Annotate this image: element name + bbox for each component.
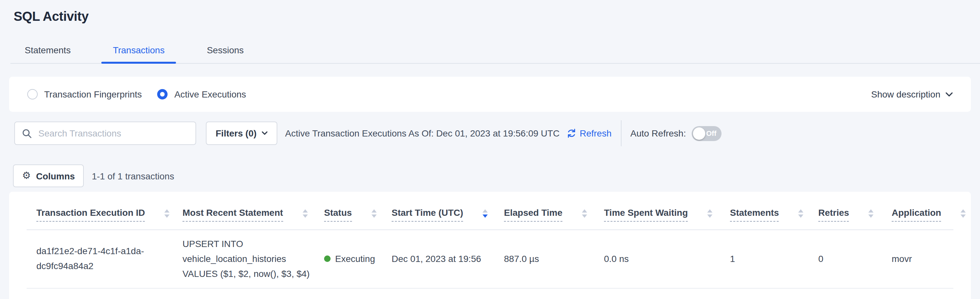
column-label: Time Spent Waiting — [604, 207, 688, 222]
cell-statements: 1 — [720, 230, 808, 288]
show-description-label: Show description — [871, 89, 940, 99]
column-label: Status — [324, 207, 352, 222]
sort-icon[interactable] — [303, 209, 308, 218]
toggle-knob — [693, 127, 705, 139]
search-input[interactable] — [37, 127, 188, 139]
column-header-statement[interactable]: Most Recent Statement — [173, 192, 314, 230]
column-label: Statements — [730, 207, 779, 222]
view-mode-panel: Transaction Fingerprints Active Executio… — [9, 77, 971, 112]
column-label: Application — [892, 207, 941, 222]
columns-label: Columns — [36, 171, 75, 181]
toolbar: Filters (0) Active Transaction Execution… — [14, 120, 971, 146]
chevron-down-icon — [262, 131, 267, 135]
radio-label: Transaction Fingerprints — [44, 89, 142, 99]
radio-icon — [27, 89, 38, 99]
tab-bar: Statements Transactions Sessions — [10, 45, 980, 64]
cell-id[interactable]: da1f21e2-de71-4c1f-a1da-dc9fc94a84a2 — [27, 230, 173, 288]
result-count: 1-1 of 1 transactions — [92, 171, 174, 181]
column-header-status[interactable]: Status — [314, 192, 382, 230]
sort-icon[interactable] — [482, 209, 488, 218]
column-header-statements[interactable]: Statements — [720, 192, 808, 230]
radio-transaction-fingerprints[interactable]: Transaction Fingerprints — [27, 89, 142, 99]
column-label: Retries — [818, 207, 849, 222]
radio-icon — [158, 89, 168, 99]
filters-button[interactable]: Filters (0) — [206, 122, 277, 145]
show-description-button[interactable]: Show description — [871, 89, 953, 99]
column-label: Start Time (UTC) — [391, 207, 463, 222]
sort-icon[interactable] — [707, 209, 713, 218]
sort-icon[interactable] — [869, 209, 874, 218]
refresh-button[interactable]: Refresh — [566, 128, 611, 138]
radio-label: Active Executions — [174, 89, 246, 99]
column-header-waiting[interactable]: Time Spent Waiting — [594, 192, 720, 230]
sort-icon[interactable] — [165, 209, 170, 218]
column-header-id[interactable]: Transaction Execution ID — [27, 192, 173, 230]
cell-status: Executing — [314, 230, 382, 288]
filters-label: Filters (0) — [216, 128, 256, 138]
cell-waiting: 0.0 ns — [594, 230, 720, 288]
refresh-icon — [566, 128, 576, 138]
column-header-application[interactable]: Application — [882, 192, 953, 230]
tab-sessions[interactable]: Sessions — [195, 45, 256, 63]
table-row: da1f21e2-de71-4c1f-a1da-dc9fc94a84a2UPSE… — [27, 230, 953, 288]
toolbar-divider — [620, 120, 621, 146]
cell-start_time: Dec 01, 2023 at 19:56 — [382, 230, 494, 288]
gear-icon: ⚙ — [22, 171, 31, 181]
column-label: Transaction Execution ID — [37, 207, 145, 222]
cell-elapsed: 887.0 µs — [494, 230, 594, 288]
radio-active-executions[interactable]: Active Executions — [158, 89, 246, 99]
as-of-text: Active Transaction Executions As Of: Dec… — [285, 128, 560, 138]
table-header-row: Transaction Execution IDMost Recent Stat… — [27, 192, 953, 230]
columns-button[interactable]: ⚙ Columns — [13, 165, 84, 187]
page-title: SQL Activity — [0, 0, 980, 24]
status-dot — [324, 256, 331, 262]
cell-statement: UPSERT INTO vehicle_location_histories V… — [173, 230, 314, 288]
sort-icon[interactable] — [582, 209, 587, 218]
cell-retries: 0 — [808, 230, 882, 288]
sort-icon[interactable] — [371, 209, 377, 218]
search-icon — [22, 128, 32, 138]
column-label: Most Recent Statement — [183, 207, 283, 222]
status-label: Executing — [335, 251, 375, 266]
transactions-table-panel: Transaction Execution IDMost Recent Stat… — [9, 192, 971, 299]
column-header-start_time[interactable]: Start Time (UTC) — [382, 192, 494, 230]
auto-refresh-toggle[interactable]: Off — [692, 126, 722, 141]
sort-icon[interactable] — [799, 209, 804, 218]
table-controls: ⚙ Columns 1-1 of 1 transactions — [13, 165, 980, 187]
sql-activity-page: SQL Activity Statements Transactions Ses… — [0, 0, 980, 299]
column-header-elapsed[interactable]: Elapsed Time — [494, 192, 594, 230]
transactions-table: Transaction Execution IDMost Recent Stat… — [27, 192, 953, 289]
chevron-down-icon — [946, 92, 953, 96]
sort-icon[interactable] — [961, 209, 966, 218]
tab-statements[interactable]: Statements — [13, 45, 83, 63]
auto-refresh-label: Auto Refresh: — [630, 128, 686, 138]
column-header-retries[interactable]: Retries — [808, 192, 882, 230]
refresh-label: Refresh — [580, 128, 611, 138]
tab-transactions[interactable]: Transactions — [101, 45, 176, 63]
toggle-state-label: Off — [706, 130, 717, 137]
cell-application: movr — [882, 230, 953, 288]
column-label: Elapsed Time — [504, 207, 562, 222]
search-input-wrapper[interactable] — [14, 122, 196, 145]
